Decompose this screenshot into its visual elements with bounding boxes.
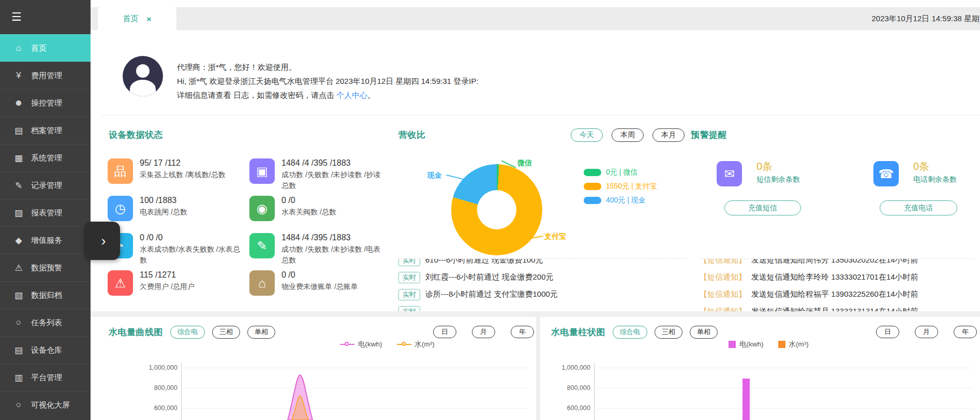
sidebar-expand-handle[interactable]: › (84, 222, 120, 260)
value-added-service-icon: ◆ (12, 235, 25, 246)
sms-notify-text: 发送短信通知给程福平 13903225260在14小时前 (751, 289, 918, 299)
chart-period-filter-button[interactable]: 年 (954, 326, 977, 338)
stat-card: ◔ 0 /0 /0 水表成功数/水表失败数 /水表总数 (108, 233, 249, 270)
line-chart-plot (182, 364, 528, 420)
legend-text: 1550元 | 支付宝 (606, 182, 657, 191)
platform-management-icon: ▥ (12, 372, 25, 383)
hamburger-menu-icon[interactable]: ☰ (0, 0, 91, 34)
tab-close-icon[interactable]: × (147, 15, 152, 23)
chart-type-filter-button[interactable]: 三相 (655, 326, 682, 339)
sidebar-item[interactable]: ▥ 平台管理 (0, 364, 91, 391)
bar-chart-panel: 水电量柱状图 综合电三相单相 日月年 电(kwh) 水(m³) 1,000,00… (540, 317, 980, 420)
sidebar-item-label: 首页 (31, 44, 47, 53)
revenue-filter-button[interactable]: 今天 (571, 128, 603, 142)
revenue-filter-button[interactable]: 本周 (612, 128, 644, 142)
donut-label-cash: 现金 (427, 171, 442, 180)
chart-type-filter-button[interactable]: 三相 (212, 326, 240, 339)
sidebar-item-label: 档案管理 (31, 126, 62, 136)
sidebar-item[interactable]: ◆ 增值服务 (0, 226, 91, 254)
revenue-filter-button[interactable]: 本月 (652, 128, 685, 142)
sidebar-item-label: 记录管理 (31, 181, 62, 191)
phone-icon: ☎ (873, 161, 899, 186)
legend-swatch (584, 169, 601, 176)
tab-home[interactable]: 首页 × (98, 7, 176, 30)
property-fee-icon: ⌂ (249, 270, 275, 296)
fee-management-icon: ¥ (12, 70, 25, 81)
avatar-head-shape (136, 64, 150, 78)
sidebar-item[interactable]: ⚠ 数据预警 (0, 254, 91, 281)
electric-trip-icon: ◷ (108, 196, 133, 221)
legend-water-label: 水(m³) (415, 340, 435, 349)
legend-electric: 电(kwh) (729, 340, 764, 349)
gridline (594, 368, 973, 368)
sidebar-item-label: 增值服务 (31, 236, 62, 245)
stat-label: 电表跳闸 /总数 (140, 207, 187, 218)
sms-notify-tag: 【短信通知】 (700, 258, 746, 265)
chart-period-filter-button[interactable]: 日 (876, 326, 899, 338)
sidebar-item-label: 系统管理 (31, 153, 62, 163)
device-warehouse-icon: ▤ (12, 345, 25, 356)
stat-label: 成功数 /失败数 /未抄读数 /电表总数 (281, 244, 385, 266)
y-tick-label: 800,000 (554, 384, 590, 392)
sms-notify-text: 发送短信通知给周伟芳 13503020202在14小时前 (751, 258, 918, 265)
sidebar-item-label: 数据预警 (31, 263, 62, 273)
sidebar-item[interactable]: ▤ 档案管理 (0, 117, 91, 144)
legend-water-label: 水(m³) (789, 340, 809, 349)
sidebar-item[interactable]: ○ 任务列表 (0, 309, 91, 336)
chevron-right-icon: › (101, 233, 106, 249)
section-divider (101, 115, 980, 115)
stat-values: 115 /1271 (140, 270, 195, 280)
sidebar-item[interactable]: ⌂ 首页 (0, 34, 91, 62)
chart-type-filter-button[interactable]: 单相 (690, 326, 718, 339)
sms-remaining-label: 短信剩余条数 (756, 175, 800, 184)
sidebar-item-label: 可视化大屏 (31, 400, 70, 410)
chart-period-filter-button[interactable]: 年 (511, 326, 534, 338)
chart-period-filter-button[interactable]: 月 (472, 326, 495, 338)
stat-values: 0 /0 (281, 196, 336, 205)
sidebar-item[interactable]: ☻ 操控管理 (0, 89, 91, 117)
stat-label: 水表成功数/水表失败数 /水表总数 (140, 244, 243, 266)
device-stats-grid: 品 95/ 17 /112 采集器上线数 /离线数/总数 ▣ 1484 /4 /… (108, 158, 397, 308)
archive-management-icon: ▤ (12, 125, 25, 136)
realtime-text: 诊所---8小时前通过 支付宝缴费1000元 (425, 289, 558, 299)
device-status-title: 设备数据状态 (109, 129, 163, 141)
chart-type-filter-button[interactable]: 单相 (247, 326, 275, 339)
personal-center-link[interactable]: 个人中心 (336, 91, 367, 99)
realtime-tag: 实时 (398, 272, 420, 283)
sidebar-item[interactable]: ▤ 设备仓库 (0, 336, 91, 364)
gridline (594, 408, 973, 409)
sidebar-item[interactable]: ✎ 记录管理 (0, 171, 91, 199)
legend-row: 400元 | 现金 (584, 196, 657, 205)
sidebar-menu: ⌂ 首页 ¥ 费用管理 ☻ 操控管理 ▤ 档案管理 ▦ 系统管理 ✎ 记录管理 (0, 34, 91, 418)
stat-values: 95/ 17 /112 (140, 158, 226, 168)
sidebar-item-label: 操控管理 (31, 98, 62, 108)
data-archive-icon: ▧ (12, 290, 25, 301)
report-management-icon: ▨ (12, 208, 25, 219)
sms-notify-text: 发送短信通知给李玲玲 13333021701在14小时前 (751, 272, 918, 282)
realtime-message-row: 实时 刘红霞---6小时前通过 现金缴费200元 (398, 269, 688, 286)
recharge-phone-button[interactable]: 充值电话 (880, 200, 957, 215)
line-chart-legend: 电(kwh) 水(m³) (340, 340, 435, 349)
sidebar-item[interactable]: ○ 可视化大屏 (0, 391, 91, 418)
square-marker-icon (778, 341, 785, 348)
revenue-legend: 0元 | 微信 1550元 | 支付宝 400元 | 现金 (584, 168, 657, 205)
chart-type-filter-button[interactable]: 综合电 (613, 326, 647, 339)
welcome-message: 代理商：浙*气，您好！欢迎使用。 Hi, 浙*气 欢迎登录浙江天扬电气水电管理平… (177, 60, 479, 102)
home-icon: ⌂ (12, 43, 25, 53)
stat-label: 成功数 /失败数 /未抄读数 /抄读总数 (281, 169, 385, 191)
y-tick-label: 1,000,000 (554, 364, 590, 371)
tab-home-label: 首页 (123, 14, 139, 24)
sms-notify-tag: 【短信通知】 (700, 307, 746, 311)
chart-type-filter-button[interactable]: 综合电 (170, 326, 205, 339)
legend-text: 0元 | 微信 (606, 168, 637, 177)
sidebar-item[interactable]: ▦ 系统管理 (0, 144, 91, 171)
sidebar-item[interactable]: ▨ 报表管理 (0, 199, 91, 226)
chart-period-filter-button[interactable]: 月 (915, 326, 938, 338)
chart-period-filter-button[interactable]: 日 (433, 326, 456, 338)
recharge-sms-button[interactable]: 充值短信 (724, 200, 801, 215)
sidebar-item[interactable]: ¥ 费用管理 (0, 62, 91, 89)
sidebar-item[interactable]: ▧ 数据归档 (0, 281, 91, 309)
bar-chart-title: 水电量柱状图 (551, 326, 605, 338)
sms-message-ticker: 【短信通知】 发送短信通知给周伟芳 13503020202在14小时前 【短信通… (700, 258, 974, 311)
revenue-donut-chart (451, 164, 542, 255)
